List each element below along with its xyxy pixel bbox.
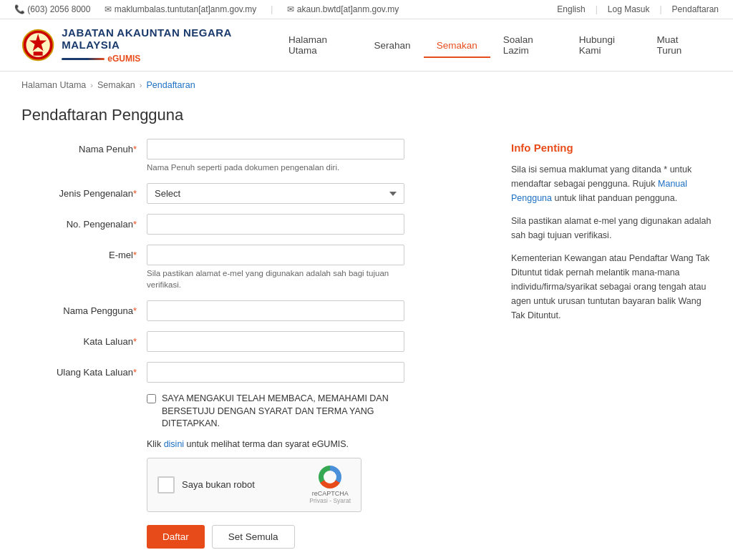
field-ulang-kata-laluan: Ulang Kata Laluan* (21, 362, 482, 383)
terms-row: Klik disini untuk melihat terma dan syar… (147, 439, 482, 449)
field-no-pengenalan-input-wrap (147, 214, 482, 235)
org-name: JABATAN AKAUNTAN NEGARA MALAYSIA (62, 26, 276, 51)
field-kata-laluan-input-wrap (147, 331, 482, 352)
nama-penuh-hint: Nama Penuh seperti pada dokumen pengenal… (147, 162, 404, 173)
field-jenis-pengenalan-input-wrap: Select (147, 183, 482, 204)
field-nama-pengguna: Nama Pengguna* (21, 300, 482, 321)
page-title: Pendaftaran Pengguna (21, 106, 482, 124)
breadcrumb-home[interactable]: Halaman Utama (21, 80, 86, 90)
label-emel: E-mel* (21, 245, 147, 260)
logo-text: JABATAN AKAUNTAN NEGARA MALAYSIA eGUMIS (62, 26, 276, 64)
topbar-register[interactable]: Pendaftaran (672, 4, 719, 14)
breadcrumb-semakan[interactable]: Semakan (97, 80, 135, 90)
set-semula-button[interactable]: Set Semula (212, 525, 295, 549)
nav-serahan[interactable]: Serahan (361, 34, 424, 57)
egumis-label: eGUMIS (107, 54, 140, 64)
buttons-row: Daftar Set Semula (147, 525, 482, 549)
label-kata-laluan: Kata Laluan* (21, 331, 147, 347)
main-content: Pendaftaran Pengguna Nama Penuh* Nama Pe… (0, 99, 733, 560)
logo-icon (21, 27, 54, 63)
topbar-lang[interactable]: English (557, 4, 585, 14)
nav-muat[interactable]: Muat Turun (644, 29, 712, 62)
info-para1: Sila isi semua maklumat yang ditanda * u… (511, 162, 712, 205)
topbar-phone: 📞 (603) 2056 8000 (14, 4, 90, 14)
field-nama-penuh: Nama Penuh* Nama Penuh seperti pada doku… (21, 139, 482, 173)
jenis-pengenalan-select[interactable]: Select (147, 183, 404, 204)
nama-penuh-input[interactable] (147, 139, 404, 159)
info-para2: Sila pastikan alamat e-mel yang digunaka… (511, 214, 712, 242)
terms-checkbox[interactable] (147, 394, 156, 403)
kata-laluan-input[interactable] (147, 331, 404, 352)
captcha-row: Saya bukan robot reCAPTCHA Privasi - Sya… (147, 458, 482, 512)
header: JABATAN AKAUNTAN NEGARA MALAYSIA eGUMIS … (0, 19, 733, 72)
field-nama-penuh-input-wrap: Nama Penuh seperti pada dokumen pengenal… (147, 139, 482, 173)
no-pengenalan-input[interactable] (147, 214, 404, 235)
label-no-pengenalan: No. Pengenalan* (21, 214, 147, 230)
svg-rect-3 (34, 51, 43, 56)
captcha-left: Saya bukan robot (157, 476, 255, 493)
info-title: Info Penting (511, 142, 712, 154)
checkbox-row: SAYA MENGAKUI TELAH MEMBACA, MEMAHAMI DA… (147, 393, 482, 431)
daftar-button[interactable]: Daftar (147, 525, 205, 549)
recaptcha-links: Privasi - Syarat (309, 497, 351, 504)
form-section: Pendaftaran Pengguna Nama Penuh* Nama Pe… (21, 106, 482, 549)
checkbox-label[interactable]: SAYA MENGAKUI TELAH MEMBACA, MEMAHAMI DA… (162, 393, 434, 431)
topbar-email1: ✉ maklumbalas.tuntutan[at]anm.gov.my (105, 4, 256, 14)
field-emel: E-mel* Sila pastikan alamat e-mel yang d… (21, 245, 482, 290)
main-nav: Halaman Utama Serahan Semakan Soalan Laz… (276, 29, 712, 62)
topbar-email2: ✉ akaun.bwtd[at]anm.gov.my (287, 4, 399, 14)
topbar-login[interactable]: Log Masuk (608, 4, 650, 14)
terms-link[interactable]: disini (164, 439, 185, 449)
label-nama-penuh: Nama Penuh* (21, 139, 147, 154)
field-ulang-kata-laluan-input-wrap (147, 362, 482, 383)
field-emel-input-wrap: Sila pastikan alamat e-mel yang digunaka… (147, 245, 482, 290)
nav-semakan[interactable]: Semakan (424, 34, 490, 57)
field-jenis-pengenalan: Jenis Pengenalan* Select (21, 183, 482, 204)
captcha-box: Saya bukan robot reCAPTCHA Privasi - Sya… (147, 458, 361, 512)
captcha-label: Saya bukan robot (182, 479, 255, 490)
label-jenis-pengenalan: Jenis Pengenalan* (21, 183, 147, 199)
nav-home[interactable]: Halaman Utama (276, 29, 361, 62)
info-para3: Kementerian Kewangan atau Pendaftar Wang… (511, 251, 712, 323)
nama-pengguna-input[interactable] (147, 300, 404, 321)
field-nama-pengguna-input-wrap (147, 300, 482, 321)
recaptcha-brand: reCAPTCHA (312, 490, 349, 497)
field-no-pengenalan: No. Pengenalan* (21, 214, 482, 235)
nav-hubungi[interactable]: Hubungi Kami (566, 29, 644, 62)
label-nama-pengguna: Nama Pengguna* (21, 300, 147, 316)
recaptcha-logo-icon (319, 466, 341, 488)
field-kata-laluan: Kata Laluan* (21, 331, 482, 352)
logo-area: JABATAN AKAUNTAN NEGARA MALAYSIA eGUMIS (21, 26, 276, 64)
info-sidebar: Info Penting Sila isi semua maklumat yan… (511, 106, 712, 549)
emel-input[interactable] (147, 245, 404, 265)
topbar: 📞 (603) 2056 8000 ✉ maklumbalas.tuntutan… (0, 0, 733, 19)
info-box: Info Penting Sila isi semua maklumat yan… (511, 142, 712, 323)
breadcrumb: Halaman Utama › Semakan › Pendaftaran (0, 72, 733, 99)
breadcrumb-current: Pendaftaran (146, 80, 195, 90)
ulang-kata-laluan-input[interactable] (147, 362, 404, 383)
emel-hint: Sila pastikan alamat e-mel yang digunaka… (147, 267, 404, 290)
nav-soalan[interactable]: Soalan Lazim (490, 29, 566, 62)
captcha-checkbox[interactable] (157, 476, 175, 493)
label-ulang-kata-laluan: Ulang Kata Laluan* (21, 362, 147, 378)
captcha-right: reCAPTCHA Privasi - Syarat (309, 466, 351, 504)
